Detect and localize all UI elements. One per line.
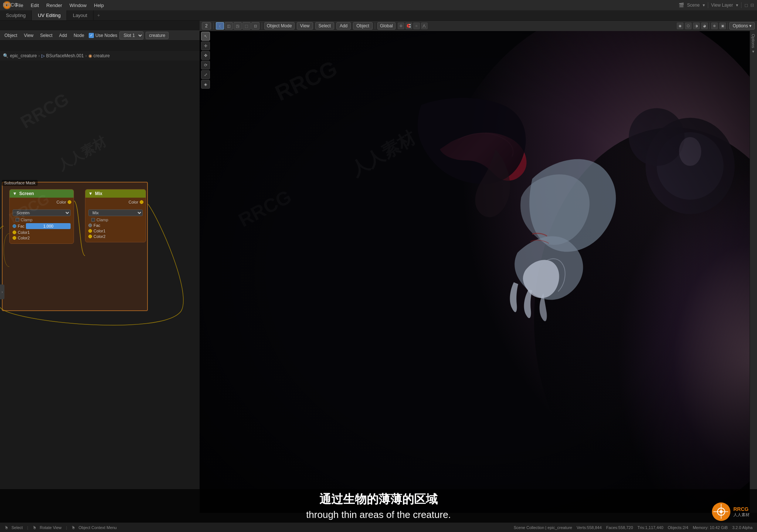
mix-clamp-checkbox[interactable] <box>91 218 95 222</box>
use-nodes-label: Use Nodes <box>95 33 117 38</box>
vp-xray-icon[interactable]: ▣ <box>719 23 726 29</box>
mix-color1-socket[interactable] <box>88 229 92 233</box>
viewport-object-btn[interactable]: Object <box>353 22 373 30</box>
panel-collapse-arrow[interactable]: › <box>0 284 4 299</box>
screen-color-output-socket[interactable] <box>68 200 71 204</box>
viewport-select-btn[interactable]: Select <box>315 22 334 30</box>
scene-label: Scene <box>687 3 700 8</box>
tris-status: Tris:1,117,440 <box>638 525 663 530</box>
viewport-end-controls: ◉ ⬡ ◑ ◕ ⊕ ▣ Options ▾ <box>677 22 755 30</box>
object-mode-select[interactable]: Object Mode <box>264 22 295 30</box>
screen-color2-label: Color2 <box>18 236 30 240</box>
options-panel: Options ▾ <box>750 31 757 513</box>
vp-material-icon[interactable]: ◑ <box>693 23 700 29</box>
node-add-btn[interactable]: Add <box>57 32 69 39</box>
vp-prop-icon[interactable]: ○ <box>413 23 420 29</box>
screen-color1-socket[interactable] <box>13 231 16 234</box>
breadcrumb-root[interactable]: epic_creature <box>10 53 37 58</box>
options-label[interactable]: Options ▾ <box>750 31 757 57</box>
screen-fac-socket[interactable] <box>13 224 16 228</box>
menu-help[interactable]: Help <box>91 2 107 9</box>
screen-dropdown[interactable]: Screen <box>13 209 71 216</box>
rotate-label: Rotate View <box>40 525 61 530</box>
mix-fac-socket[interactable] <box>88 224 92 227</box>
node-canvas: RRCG 人人素材 RRCG Subsurface Mask ▼ Screen … <box>0 71 200 513</box>
tab-add-button[interactable]: + <box>94 11 104 20</box>
mix-color-output-label: Color <box>129 200 138 204</box>
vp-sep5 <box>727 23 728 29</box>
tool-select[interactable]: ↖ <box>201 32 210 41</box>
tab-layout[interactable]: Layout <box>67 10 94 20</box>
vp-mode-icon-4[interactable]: ⬚ <box>242 22 251 30</box>
screen-collapse-icon[interactable]: ▼ <box>13 191 17 196</box>
screen-fac-label: Fac <box>18 224 24 228</box>
tab-uv-editing[interactable]: UV Editing <box>32 10 67 20</box>
tab-sculpting[interactable]: Sculpting <box>0 10 32 20</box>
vp-options-btn[interactable]: Options ▾ <box>729 22 755 30</box>
node-node-btn[interactable]: Node <box>71 32 86 39</box>
mix-collapse-icon[interactable]: ▼ <box>88 191 93 196</box>
mix-color2-row: Color2 <box>88 234 143 239</box>
tool-scale[interactable]: ⤢ <box>201 70 210 79</box>
scene-collection-status: Scene Collection | epic_creature <box>514 525 572 530</box>
screen-fac-row: Fac 1.000 <box>13 223 71 229</box>
viewport-view-btn[interactable]: View <box>297 22 313 30</box>
screen-clamp-checkbox[interactable] <box>16 218 19 222</box>
subtitle-bar: 通过生物的薄薄的区域 through thin areas of the cre… <box>0 489 757 522</box>
screen-color-output-label: Color <box>57 200 66 204</box>
node-object-btn[interactable]: Object <box>2 32 20 39</box>
breadcrumb: 🔍 epic_creature › ▷ BSurfaceMesh.001 › ◉… <box>0 51 200 61</box>
view-layer-label: View Layer <box>711 3 733 8</box>
tool-cursor[interactable]: ✛ <box>201 41 210 50</box>
screen-color1-label: Color1 <box>18 230 30 235</box>
menu-window[interactable]: Window <box>67 2 89 9</box>
breadcrumb-sep1: › <box>38 53 40 58</box>
menu-edit[interactable]: Edit <box>28 2 42 9</box>
vp-mode-icon-5[interactable]: ⊡ <box>251 22 259 30</box>
app-logo <box>3 1 11 9</box>
screen-node: ▼ Screen Color Screen Clamp <box>9 189 74 244</box>
vp-overlay-icon[interactable]: ⊕ <box>711 23 718 29</box>
use-nodes-checkbox[interactable]: ✓ <box>89 33 94 38</box>
breadcrumb-mesh[interactable]: BSurfaceMesh.001 <box>46 53 84 58</box>
tool-move[interactable]: ✥ <box>201 51 210 60</box>
vp-solid-icon[interactable]: ⬡ <box>685 23 692 29</box>
vp-snap-icon[interactable]: 🧲 <box>405 23 412 29</box>
vp-rendered-icon[interactable]: ◕ <box>701 23 708 29</box>
vp-mirror-icon[interactable]: 八 <box>421 23 428 29</box>
viewport-number[interactable]: 2 <box>202 22 211 30</box>
rrcg-brand: RRCG 人人素材 <box>712 502 750 521</box>
mix-color1-row: Color1 <box>88 229 143 233</box>
menu-render[interactable]: Render <box>43 2 65 9</box>
mix-color2-socket[interactable] <box>88 235 92 238</box>
node-editor-toolbar: Object View Select Add Node ✓ Use Nodes … <box>0 30 200 41</box>
node-view-btn[interactable]: View <box>22 32 36 39</box>
breadcrumb-icon: 🔍 <box>3 53 9 58</box>
vp-pivot-icon[interactable]: ⊙ <box>398 23 404 29</box>
tool-transform[interactable]: ◈ <box>201 80 210 89</box>
screen-color2-socket[interactable] <box>13 236 16 240</box>
breadcrumb-mat-icon: ◉ <box>88 53 92 58</box>
vp-mode-icon-3[interactable]: ◳ <box>234 22 242 30</box>
mix-color-output-socket[interactable] <box>140 200 143 204</box>
subtitle-english: through thin areas of the creature. <box>306 509 451 521</box>
menu-file[interactable]: File <box>13 2 26 9</box>
mix-dropdown[interactable]: Mix <box>88 209 143 216</box>
transform-select[interactable]: Global <box>377 22 396 30</box>
screen-color-output-row: Color <box>10 199 74 205</box>
status-div1: | <box>27 525 28 530</box>
viewport-add-btn[interactable]: Add <box>336 22 351 30</box>
rrcg-text: RRCG <box>733 506 750 512</box>
node-select-btn[interactable]: Select <box>38 32 54 39</box>
slot-select[interactable]: Slot 1 <box>119 31 143 40</box>
status-bar: 🖱 Select | 🖱 Rotate View | 🖱 Object Cont… <box>0 522 757 532</box>
breadcrumb-material[interactable]: creature <box>94 53 110 58</box>
vp-render-mode-icon[interactable]: ◉ <box>677 23 683 29</box>
breadcrumb-sep2: › <box>85 53 87 58</box>
tool-rotate[interactable]: ⟳ <box>201 61 210 69</box>
vp-mode-icon-2[interactable]: ◫ <box>225 22 233 30</box>
mix-node: ▼ Mix Color Mix Clamp <box>85 189 146 242</box>
screen-fac-value[interactable]: 1.000 <box>26 223 71 229</box>
vp-mode-icon-1[interactable]: ⟮ <box>216 22 224 30</box>
window-controls: ◻ ⊟ <box>744 3 754 8</box>
